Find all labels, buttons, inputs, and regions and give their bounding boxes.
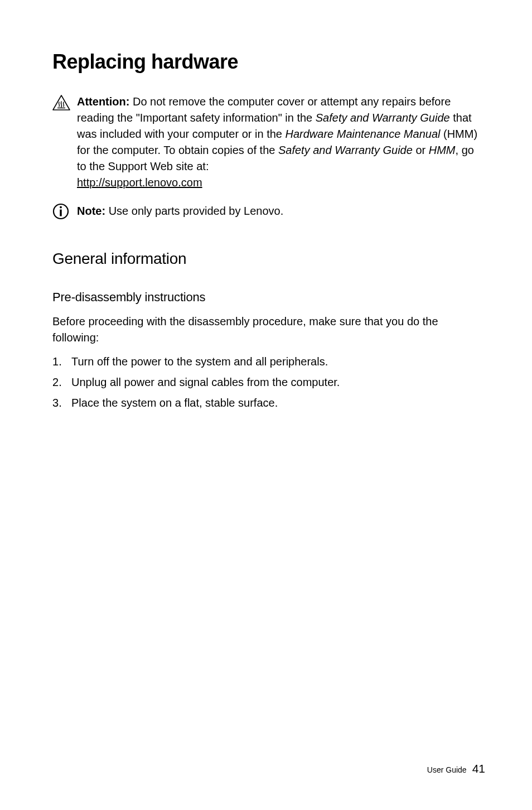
svg-point-3 [60, 206, 62, 209]
attention-text: Attention: Do not remove the computer co… [75, 94, 485, 191]
attention-italic-3: Safety and Warranty Guide [278, 144, 413, 156]
list-item: Unplug all power and signal cables from … [52, 374, 485, 390]
list-item: Turn off the power to the system and all… [52, 354, 485, 370]
note-body: Use only parts provided by Lenovo. [105, 205, 283, 217]
footer-label: User Guide [427, 765, 467, 774]
attention-label: Attention: [77, 95, 129, 108]
attention-callout: Attention: Do not remove the computer co… [52, 94, 485, 191]
page-number: 41 [472, 762, 485, 775]
list-item: Place the system on a flat, stable surfa… [52, 395, 485, 411]
hot-surface-warning-icon [52, 94, 75, 110]
page-footer: User Guide 41 [427, 762, 485, 775]
svg-rect-2 [60, 210, 61, 216]
page-title: Replacing hardware [52, 50, 485, 74]
info-icon [52, 203, 75, 220]
instruction-list: Turn off the power to the system and all… [52, 354, 485, 411]
attention-italic-1: Safety and Warranty Guide [316, 112, 450, 124]
section-heading: General information [52, 250, 485, 268]
attention-italic-2: Hardware Maintenance Manual [286, 128, 441, 140]
attention-body-4: or [413, 144, 429, 156]
attention-italic-4: HMM [429, 144, 456, 156]
note-text: Note: Use only parts provided by Lenovo. [75, 203, 485, 219]
note-label: Note: [77, 205, 105, 217]
support-link[interactable]: http://support.lenovo.com [77, 176, 202, 189]
sub-heading: Pre-disassembly instructions [52, 290, 485, 305]
note-callout: Note: Use only parts provided by Lenovo. [52, 203, 485, 220]
intro-paragraph: Before proceeding with the disassembly p… [52, 314, 485, 346]
